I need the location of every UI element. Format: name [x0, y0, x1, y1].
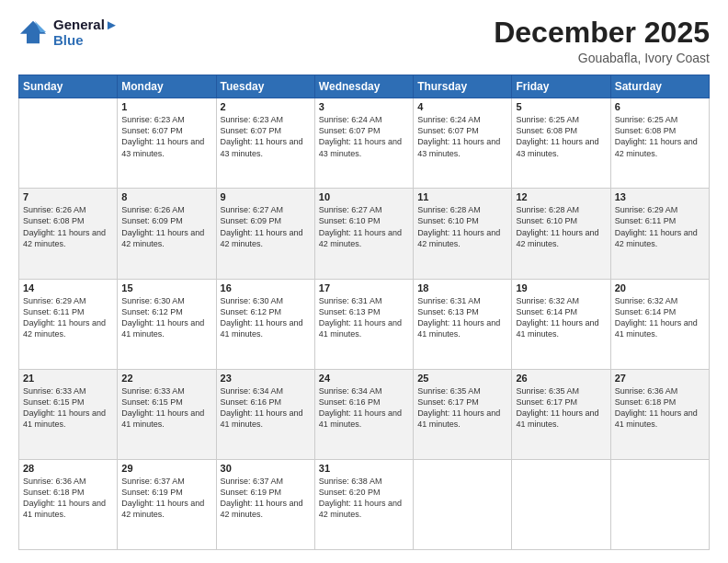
day-info: Sunrise: 6:23 AM Sunset: 6:07 PM Dayligh…: [121, 114, 211, 159]
table-row: 28Sunrise: 6:36 AM Sunset: 6:18 PM Dayli…: [19, 459, 118, 549]
calendar-week-row: 7Sunrise: 6:26 AM Sunset: 6:08 PM Daylig…: [19, 189, 710, 279]
day-number: 21: [23, 373, 113, 384]
main-title: December 2025: [494, 17, 710, 49]
day-number: 22: [121, 373, 211, 384]
day-number: 8: [121, 191, 211, 202]
table-row: 8Sunrise: 6:26 AM Sunset: 6:09 PM Daylig…: [118, 189, 216, 279]
day-number: 25: [417, 373, 507, 384]
day-info: Sunrise: 6:36 AM Sunset: 6:18 PM Dayligh…: [23, 476, 113, 521]
calendar-week-row: 1Sunrise: 6:23 AM Sunset: 6:07 PM Daylig…: [19, 98, 710, 189]
day-info: Sunrise: 6:26 AM Sunset: 6:09 PM Dayligh…: [121, 204, 211, 249]
table-row: 30Sunrise: 6:37 AM Sunset: 6:19 PM Dayli…: [216, 459, 314, 549]
day-info: Sunrise: 6:37 AM Sunset: 6:19 PM Dayligh…: [221, 476, 311, 521]
table-row: 17Sunrise: 6:31 AM Sunset: 6:13 PM Dayli…: [314, 279, 413, 369]
table-row: 7Sunrise: 6:26 AM Sunset: 6:08 PM Daylig…: [19, 189, 118, 279]
table-row: 2Sunrise: 6:23 AM Sunset: 6:07 PM Daylig…: [216, 98, 314, 189]
day-number: 7: [23, 191, 113, 202]
day-number: 27: [615, 373, 705, 384]
day-number: 6: [615, 101, 705, 112]
day-number: 23: [221, 373, 311, 384]
table-row: 6Sunrise: 6:25 AM Sunset: 6:08 PM Daylig…: [610, 98, 709, 189]
day-info: Sunrise: 6:37 AM Sunset: 6:19 PM Dayligh…: [121, 476, 211, 521]
day-info: Sunrise: 6:32 AM Sunset: 6:14 PM Dayligh…: [516, 295, 606, 340]
day-info: Sunrise: 6:24 AM Sunset: 6:07 PM Dayligh…: [417, 114, 507, 159]
table-row: 3Sunrise: 6:24 AM Sunset: 6:07 PM Daylig…: [314, 98, 413, 189]
day-number: 10: [319, 191, 409, 202]
day-number: 26: [516, 373, 606, 384]
day-info: Sunrise: 6:31 AM Sunset: 6:13 PM Dayligh…: [417, 295, 507, 340]
table-row: 31Sunrise: 6:38 AM Sunset: 6:20 PM Dayli…: [314, 459, 413, 549]
day-info: Sunrise: 6:24 AM Sunset: 6:07 PM Dayligh…: [319, 114, 409, 159]
day-info: Sunrise: 6:25 AM Sunset: 6:08 PM Dayligh…: [516, 114, 606, 159]
day-info: Sunrise: 6:28 AM Sunset: 6:10 PM Dayligh…: [417, 204, 507, 249]
table-row: 26Sunrise: 6:35 AM Sunset: 6:17 PM Dayli…: [512, 369, 610, 459]
table-row: [414, 459, 512, 549]
day-info: Sunrise: 6:27 AM Sunset: 6:10 PM Dayligh…: [319, 204, 409, 249]
table-row: 15Sunrise: 6:30 AM Sunset: 6:12 PM Dayli…: [118, 279, 216, 369]
day-number: 3: [319, 101, 409, 112]
day-info: Sunrise: 6:34 AM Sunset: 6:16 PM Dayligh…: [319, 385, 409, 431]
day-number: 9: [221, 191, 311, 202]
table-row: 11Sunrise: 6:28 AM Sunset: 6:10 PM Dayli…: [414, 189, 512, 279]
day-number: 24: [319, 373, 409, 384]
day-info: Sunrise: 6:35 AM Sunset: 6:17 PM Dayligh…: [417, 385, 507, 431]
table-row: 20Sunrise: 6:32 AM Sunset: 6:14 PM Dayli…: [610, 279, 709, 369]
day-info: Sunrise: 6:26 AM Sunset: 6:08 PM Dayligh…: [23, 204, 113, 249]
table-row: 23Sunrise: 6:34 AM Sunset: 6:16 PM Dayli…: [216, 369, 314, 459]
day-number: 13: [615, 191, 705, 202]
day-info: Sunrise: 6:31 AM Sunset: 6:13 PM Dayligh…: [319, 295, 409, 340]
table-row: [19, 98, 118, 189]
day-info: Sunrise: 6:28 AM Sunset: 6:10 PM Dayligh…: [516, 204, 606, 249]
table-row: [610, 459, 709, 549]
page: General► Blue December 2025 Gouabafla, I…: [0, 0, 728, 563]
day-number: 30: [221, 463, 311, 474]
calendar-header-monday: Monday: [118, 75, 216, 98]
table-row: [512, 459, 610, 549]
day-info: Sunrise: 6:38 AM Sunset: 6:20 PM Dayligh…: [319, 476, 409, 521]
day-info: Sunrise: 6:33 AM Sunset: 6:15 PM Dayligh…: [121, 385, 211, 431]
day-info: Sunrise: 6:35 AM Sunset: 6:17 PM Dayligh…: [516, 385, 606, 431]
day-info: Sunrise: 6:30 AM Sunset: 6:12 PM Dayligh…: [221, 295, 311, 340]
day-number: 2: [221, 101, 311, 112]
day-number: 31: [319, 463, 409, 474]
day-info: Sunrise: 6:33 AM Sunset: 6:15 PM Dayligh…: [23, 385, 113, 431]
header: General► Blue December 2025 Gouabafla, I…: [18, 17, 710, 65]
table-row: 27Sunrise: 6:36 AM Sunset: 6:18 PM Dayli…: [610, 369, 709, 459]
subtitle: Gouabafla, Ivory Coast: [494, 51, 710, 65]
logo-icon: [18, 19, 48, 45]
table-row: 24Sunrise: 6:34 AM Sunset: 6:16 PM Dayli…: [314, 369, 413, 459]
day-number: 17: [319, 282, 409, 293]
day-number: 12: [516, 191, 606, 202]
table-row: 16Sunrise: 6:30 AM Sunset: 6:12 PM Dayli…: [216, 279, 314, 369]
title-block: December 2025 Gouabafla, Ivory Coast: [494, 17, 710, 65]
day-info: Sunrise: 6:23 AM Sunset: 6:07 PM Dayligh…: [221, 114, 311, 159]
table-row: 1Sunrise: 6:23 AM Sunset: 6:07 PM Daylig…: [118, 98, 216, 189]
table-row: 19Sunrise: 6:32 AM Sunset: 6:14 PM Dayli…: [512, 279, 610, 369]
table-row: 10Sunrise: 6:27 AM Sunset: 6:10 PM Dayli…: [314, 189, 413, 279]
calendar-header-wednesday: Wednesday: [314, 75, 413, 98]
day-number: 1: [121, 101, 211, 112]
logo-text: General► Blue: [53, 17, 119, 48]
day-info: Sunrise: 6:34 AM Sunset: 6:16 PM Dayligh…: [221, 385, 311, 431]
day-number: 15: [121, 282, 211, 293]
table-row: 25Sunrise: 6:35 AM Sunset: 6:17 PM Dayli…: [414, 369, 512, 459]
table-row: 13Sunrise: 6:29 AM Sunset: 6:11 PM Dayli…: [610, 189, 709, 279]
calendar-header-tuesday: Tuesday: [216, 75, 314, 98]
table-row: 22Sunrise: 6:33 AM Sunset: 6:15 PM Dayli…: [118, 369, 216, 459]
day-number: 18: [417, 282, 507, 293]
day-info: Sunrise: 6:27 AM Sunset: 6:09 PM Dayligh…: [221, 204, 311, 249]
table-row: 5Sunrise: 6:25 AM Sunset: 6:08 PM Daylig…: [512, 98, 610, 189]
table-row: 9Sunrise: 6:27 AM Sunset: 6:09 PM Daylig…: [216, 189, 314, 279]
calendar-header-saturday: Saturday: [610, 75, 709, 98]
day-info: Sunrise: 6:29 AM Sunset: 6:11 PM Dayligh…: [23, 295, 113, 340]
day-number: 29: [121, 463, 211, 474]
day-number: 16: [221, 282, 311, 293]
day-info: Sunrise: 6:30 AM Sunset: 6:12 PM Dayligh…: [121, 295, 211, 340]
day-number: 19: [516, 282, 606, 293]
day-info: Sunrise: 6:29 AM Sunset: 6:11 PM Dayligh…: [615, 204, 705, 249]
table-row: 4Sunrise: 6:24 AM Sunset: 6:07 PM Daylig…: [414, 98, 512, 189]
table-row: 21Sunrise: 6:33 AM Sunset: 6:15 PM Dayli…: [19, 369, 118, 459]
day-number: 20: [615, 282, 705, 293]
logo: General► Blue: [18, 17, 119, 48]
day-info: Sunrise: 6:25 AM Sunset: 6:08 PM Dayligh…: [615, 114, 705, 159]
